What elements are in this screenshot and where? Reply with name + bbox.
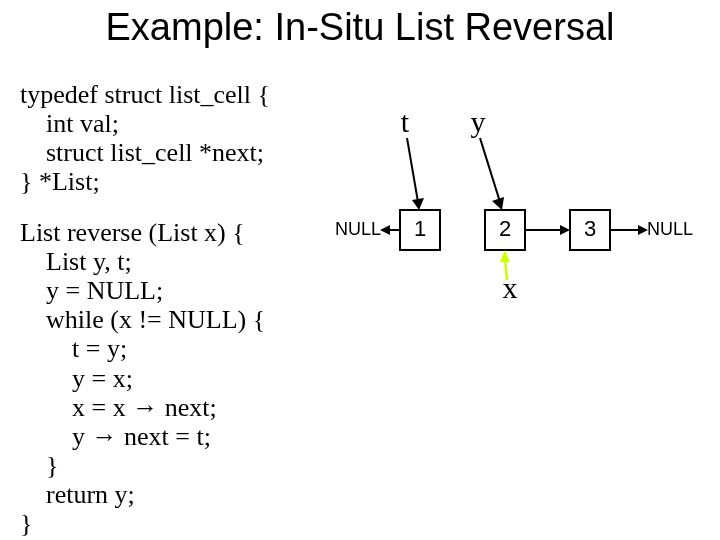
func-l8b: next = t; xyxy=(118,422,211,451)
func-l7b: next; xyxy=(158,393,217,422)
func-l1: List reverse (List x) { xyxy=(20,218,245,247)
func-l5: t = y; xyxy=(20,334,127,363)
func-l9: } xyxy=(20,451,58,480)
pointer-label-y: y xyxy=(471,105,486,138)
pointer-arrowhead-x xyxy=(500,250,510,262)
func-l6: y = x; xyxy=(20,364,133,393)
null-left-label: NULL xyxy=(335,219,381,239)
func-l8a: y xyxy=(20,422,92,451)
arrowhead-2-3 xyxy=(560,225,570,235)
func-l2: List y, t; xyxy=(20,247,132,276)
typedef-l3: struct list_cell *next; xyxy=(20,138,264,167)
typedef-l2: int val; xyxy=(20,109,119,138)
arrow-icon: → xyxy=(92,422,118,451)
typedef-code: typedef struct list_cell { int val; stru… xyxy=(20,80,270,196)
reverse-code: List reverse (List x) { List y, t; y = N… xyxy=(20,218,265,538)
arrow-icon: → xyxy=(132,393,158,422)
linked-list-diagram: NULL 1 2 3 NULL t y x xyxy=(330,80,720,300)
slide-title: Example: In-Situ List Reversal xyxy=(0,6,720,49)
func-l3: y = NULL; xyxy=(20,276,163,305)
null-right-label: NULL xyxy=(647,219,693,239)
pointer-label-t: t xyxy=(401,105,410,138)
typedef-l1: typedef struct list_cell { xyxy=(20,80,270,109)
pointer-arrow-t xyxy=(407,138,418,202)
typedef-l4: } *List; xyxy=(20,167,100,196)
func-l10: return y; xyxy=(20,480,135,509)
node-value-2: 2 xyxy=(499,216,511,241)
pointer-arrowhead-t xyxy=(412,198,424,210)
pointer-label-x: x xyxy=(503,271,518,300)
func-l7a: x = x xyxy=(20,393,132,422)
func-l11: } xyxy=(20,509,32,538)
func-l4: while (x != NULL) { xyxy=(20,305,265,334)
pointer-arrow-y xyxy=(480,138,500,202)
arrowhead-1-nullleft xyxy=(380,225,390,235)
node-value-1: 1 xyxy=(414,216,426,241)
node-value-3: 3 xyxy=(584,216,596,241)
